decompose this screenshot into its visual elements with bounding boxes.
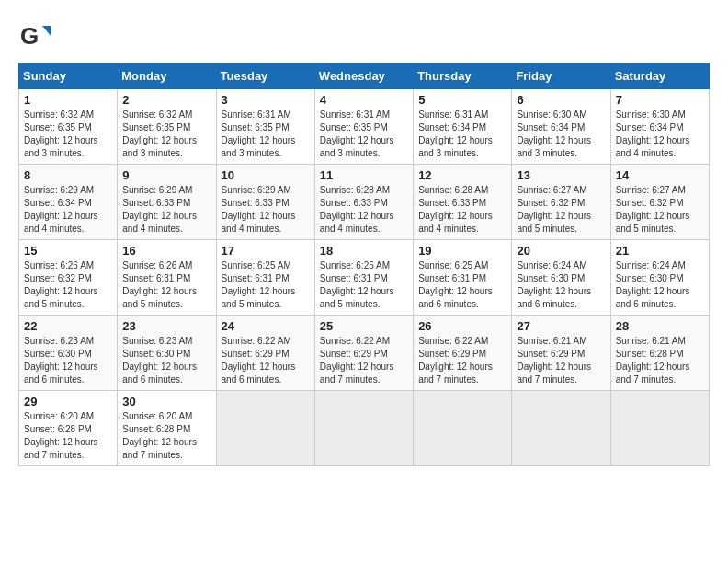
svg-text:G: G <box>20 22 39 50</box>
calendar-cell <box>314 391 413 466</box>
calendar-cell: 20 Sunrise: 6:24 AMSunset: 6:30 PMDaylig… <box>512 240 610 316</box>
svg-marker-1 <box>42 26 51 37</box>
calendar-cell: 23 Sunrise: 6:23 AMSunset: 6:30 PMDaylig… <box>118 316 216 391</box>
calendar-cell: 13 Sunrise: 6:27 AMSunset: 6:32 PMDaylig… <box>512 165 610 240</box>
day-number: 23 <box>122 319 210 333</box>
calendar-cell: 28 Sunrise: 6:21 AMSunset: 6:28 PMDaylig… <box>610 316 709 391</box>
day-number: 3 <box>222 93 310 107</box>
calendar-cell <box>216 391 314 466</box>
header-sunday: Sunday <box>19 63 118 89</box>
day-number: 19 <box>418 244 506 258</box>
calendar-cell: 18 Sunrise: 6:25 AMSunset: 6:31 PMDaylig… <box>314 240 413 316</box>
day-info: Sunrise: 6:29 AMSunset: 6:33 PMDaylight:… <box>122 185 197 234</box>
day-number: 17 <box>222 244 310 258</box>
day-number: 15 <box>24 244 112 258</box>
calendar-cell: 24 Sunrise: 6:22 AMSunset: 6:29 PMDaylig… <box>216 316 314 391</box>
calendar-cell: 3 Sunrise: 6:31 AMSunset: 6:35 PMDayligh… <box>216 89 314 165</box>
day-number: 12 <box>418 168 506 182</box>
calendar-body: 1 Sunrise: 6:32 AMSunset: 6:35 PMDayligh… <box>19 89 710 466</box>
day-info: Sunrise: 6:32 AMSunset: 6:35 PMDaylight:… <box>122 109 197 158</box>
calendar-cell: 11 Sunrise: 6:28 AMSunset: 6:33 PMDaylig… <box>314 165 413 240</box>
day-info: Sunrise: 6:24 AMSunset: 6:30 PMDaylight:… <box>616 260 690 309</box>
day-info: Sunrise: 6:25 AMSunset: 6:31 PMDaylight:… <box>222 260 296 309</box>
calendar-cell <box>414 391 512 466</box>
page-header: G <box>18 18 710 53</box>
day-number: 9 <box>122 168 210 182</box>
day-number: 1 <box>24 93 112 107</box>
calendar-header: SundayMondayTuesdayWednesdayThursdayFrid… <box>19 63 710 89</box>
calendar-cell: 22 Sunrise: 6:23 AMSunset: 6:30 PMDaylig… <box>19 316 118 391</box>
day-info: Sunrise: 6:25 AMSunset: 6:31 PMDaylight:… <box>418 260 493 309</box>
day-info: Sunrise: 6:25 AMSunset: 6:31 PMDaylight:… <box>320 260 394 309</box>
header-thursday: Thursday <box>414 63 512 89</box>
day-number: 2 <box>122 93 210 107</box>
day-number: 6 <box>517 93 605 107</box>
logo: G <box>18 18 57 53</box>
calendar-cell: 12 Sunrise: 6:28 AMSunset: 6:33 PMDaylig… <box>414 165 512 240</box>
week-row-1: 8 Sunrise: 6:29 AMSunset: 6:34 PMDayligh… <box>19 165 710 240</box>
day-info: Sunrise: 6:21 AMSunset: 6:28 PMDaylight:… <box>616 336 690 385</box>
calendar-cell: 26 Sunrise: 6:22 AMSunset: 6:29 PMDaylig… <box>414 316 512 391</box>
calendar-cell <box>610 391 709 466</box>
calendar-cell: 4 Sunrise: 6:31 AMSunset: 6:35 PMDayligh… <box>314 89 413 165</box>
header-saturday: Saturday <box>610 63 709 89</box>
calendar-cell: 15 Sunrise: 6:26 AMSunset: 6:32 PMDaylig… <box>19 240 118 316</box>
calendar-cell: 5 Sunrise: 6:31 AMSunset: 6:34 PMDayligh… <box>414 89 512 165</box>
day-number: 26 <box>418 319 506 333</box>
calendar-cell: 8 Sunrise: 6:29 AMSunset: 6:34 PMDayligh… <box>19 165 118 240</box>
day-number: 25 <box>320 319 408 333</box>
calendar-cell: 1 Sunrise: 6:32 AMSunset: 6:35 PMDayligh… <box>19 89 118 165</box>
day-number: 30 <box>122 395 210 408</box>
day-info: Sunrise: 6:31 AMSunset: 6:35 PMDaylight:… <box>222 109 296 158</box>
day-info: Sunrise: 6:30 AMSunset: 6:34 PMDaylight:… <box>517 109 591 158</box>
header-monday: Monday <box>118 63 216 89</box>
week-row-4: 29 Sunrise: 6:20 AMSunset: 6:28 PMDaylig… <box>19 391 710 466</box>
day-number: 28 <box>616 319 704 333</box>
day-number: 13 <box>517 168 605 182</box>
day-info: Sunrise: 6:30 AMSunset: 6:34 PMDaylight:… <box>616 109 690 158</box>
day-number: 7 <box>616 93 704 107</box>
header-friday: Friday <box>512 63 610 89</box>
calendar-cell: 29 Sunrise: 6:20 AMSunset: 6:28 PMDaylig… <box>19 391 118 466</box>
calendar-cell: 21 Sunrise: 6:24 AMSunset: 6:30 PMDaylig… <box>610 240 709 316</box>
day-info: Sunrise: 6:29 AMSunset: 6:34 PMDaylight:… <box>24 185 98 234</box>
logo-icon: G <box>18 18 53 53</box>
day-info: Sunrise: 6:23 AMSunset: 6:30 PMDaylight:… <box>24 336 98 385</box>
day-info: Sunrise: 6:31 AMSunset: 6:35 PMDaylight:… <box>320 109 394 158</box>
day-info: Sunrise: 6:27 AMSunset: 6:32 PMDaylight:… <box>517 185 591 234</box>
calendar-cell: 19 Sunrise: 6:25 AMSunset: 6:31 PMDaylig… <box>414 240 512 316</box>
day-number: 14 <box>616 168 704 182</box>
day-info: Sunrise: 6:22 AMSunset: 6:29 PMDaylight:… <box>320 336 394 385</box>
day-info: Sunrise: 6:22 AMSunset: 6:29 PMDaylight:… <box>418 336 493 385</box>
calendar-cell <box>512 391 610 466</box>
week-row-0: 1 Sunrise: 6:32 AMSunset: 6:35 PMDayligh… <box>19 89 710 165</box>
calendar-cell: 30 Sunrise: 6:20 AMSunset: 6:28 PMDaylig… <box>118 391 216 466</box>
calendar-cell: 6 Sunrise: 6:30 AMSunset: 6:34 PMDayligh… <box>512 89 610 165</box>
day-info: Sunrise: 6:20 AMSunset: 6:28 PMDaylight:… <box>24 411 98 460</box>
calendar-cell: 27 Sunrise: 6:21 AMSunset: 6:29 PMDaylig… <box>512 316 610 391</box>
day-info: Sunrise: 6:27 AMSunset: 6:32 PMDaylight:… <box>616 185 690 234</box>
calendar-cell: 7 Sunrise: 6:30 AMSunset: 6:34 PMDayligh… <box>610 89 709 165</box>
day-number: 21 <box>616 244 704 258</box>
calendar-cell: 17 Sunrise: 6:25 AMSunset: 6:31 PMDaylig… <box>216 240 314 316</box>
calendar-cell: 16 Sunrise: 6:26 AMSunset: 6:31 PMDaylig… <box>118 240 216 316</box>
day-number: 27 <box>517 319 605 333</box>
day-info: Sunrise: 6:26 AMSunset: 6:31 PMDaylight:… <box>122 260 197 309</box>
week-row-2: 15 Sunrise: 6:26 AMSunset: 6:32 PMDaylig… <box>19 240 710 316</box>
day-number: 20 <box>517 244 605 258</box>
day-info: Sunrise: 6:28 AMSunset: 6:33 PMDaylight:… <box>320 185 394 234</box>
day-info: Sunrise: 6:28 AMSunset: 6:33 PMDaylight:… <box>418 185 493 234</box>
day-info: Sunrise: 6:26 AMSunset: 6:32 PMDaylight:… <box>24 260 98 309</box>
day-number: 16 <box>122 244 210 258</box>
day-number: 24 <box>222 319 310 333</box>
day-info: Sunrise: 6:21 AMSunset: 6:29 PMDaylight:… <box>517 336 591 385</box>
calendar-cell: 25 Sunrise: 6:22 AMSunset: 6:29 PMDaylig… <box>314 316 413 391</box>
header-row: SundayMondayTuesdayWednesdayThursdayFrid… <box>19 63 710 89</box>
day-info: Sunrise: 6:22 AMSunset: 6:29 PMDaylight:… <box>222 336 296 385</box>
day-number: 22 <box>24 319 112 333</box>
day-number: 8 <box>24 168 112 182</box>
day-info: Sunrise: 6:24 AMSunset: 6:30 PMDaylight:… <box>517 260 591 309</box>
day-number: 10 <box>222 168 310 182</box>
calendar-cell: 14 Sunrise: 6:27 AMSunset: 6:32 PMDaylig… <box>610 165 709 240</box>
day-number: 18 <box>320 244 408 258</box>
